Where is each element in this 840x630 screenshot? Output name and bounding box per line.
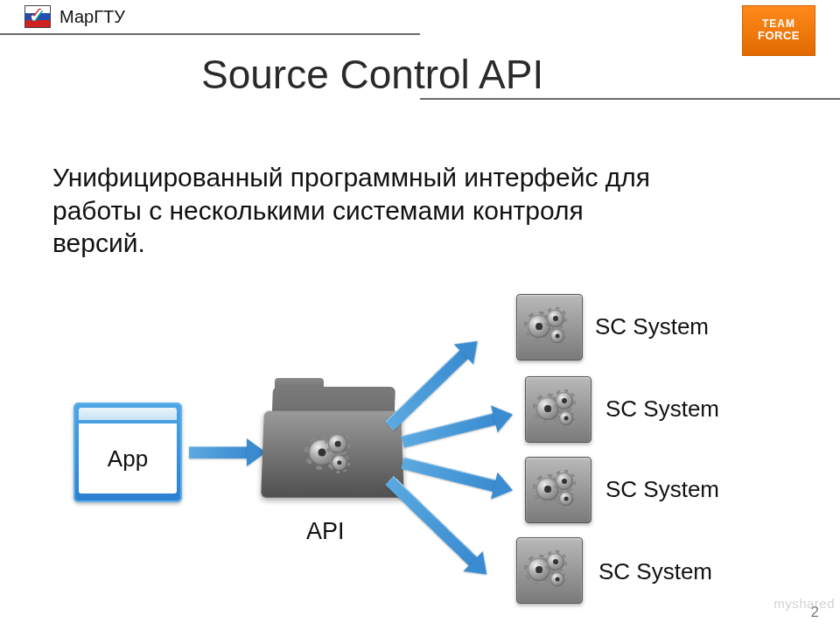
sc-system-label: SC System [595,313,709,340]
gears-icon [535,390,582,429]
logo-line2: FORCE [758,30,800,42]
gears-icon [526,551,573,590]
api-label: API [306,518,345,545]
sc-system-node [525,376,592,443]
arrow-api-to-sc4 [385,476,479,567]
sc-system-node [516,294,583,360]
slide-header: МарГТУ Source Control API TEAM FORCE [0,0,840,114]
arrow-app-to-api [189,446,248,458]
arrow-api-to-sc3 [401,457,497,492]
slide-title: Source Control API [201,51,543,98]
flag-check-logo-icon [24,5,51,28]
description-paragraph: Унифицированный программный интерфейс дл… [52,161,682,260]
title-rule-right [420,98,840,100]
sc-system-node [525,457,592,523]
app-node: App [74,402,182,502]
university-logo-block: МарГТУ [24,5,125,28]
sc-system-label: SC System [606,396,719,423]
api-folder-node [262,378,407,509]
gears-icon [526,308,573,346]
title-rule-left [0,33,420,35]
window-titlebar-icon [79,408,177,420]
arrow-api-to-sc2 [401,413,497,448]
gears-icon [309,434,357,472]
sc-system-label: SC System [606,476,719,503]
team-force-logo: TEAM FORCE [742,5,816,56]
app-label: App [79,424,177,494]
architecture-diagram: App API SC System [0,273,840,623]
slide-number: 2 [811,604,819,621]
university-name: МарГТУ [60,7,125,27]
watermark: myshared [774,596,835,611]
gears-icon [535,471,582,509]
sc-system-label: SC System [598,558,712,585]
sc-system-node [516,537,583,604]
